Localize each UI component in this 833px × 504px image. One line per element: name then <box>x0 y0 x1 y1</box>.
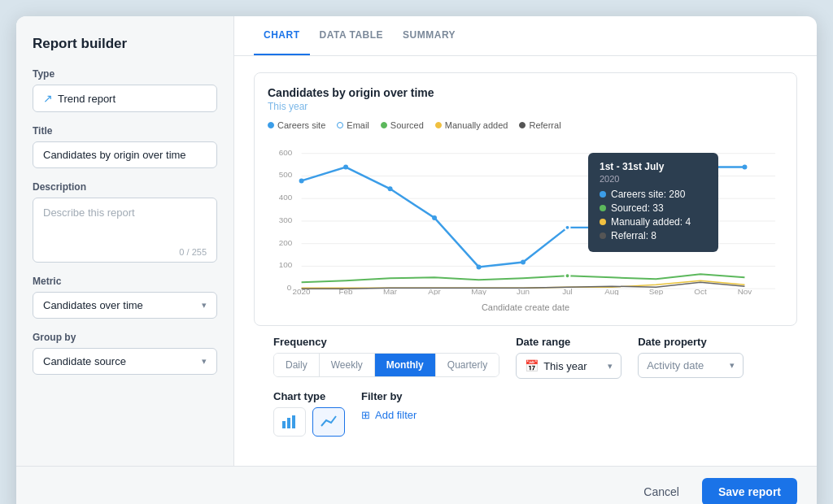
line-chart-button[interactable] <box>312 407 345 437</box>
svg-text:600: 600 <box>279 148 293 157</box>
controls-section: Frequency Daily Weekly Monthly Quarterly… <box>254 336 797 450</box>
legend-careers-label: Careers site <box>277 120 325 130</box>
metric-label: Metric <box>33 276 217 287</box>
tooltip-manually-dot <box>600 219 606 225</box>
legend-careers: Careers site <box>268 120 325 130</box>
date-property-value: Activity date <box>647 359 704 371</box>
chart-box: Candidates by origin over time This year… <box>254 72 797 326</box>
title-input[interactable]: Candidates by origin over time <box>33 141 217 168</box>
tab-summary[interactable]: SUMMARY <box>393 16 465 55</box>
save-report-button[interactable]: Save report <box>702 478 797 504</box>
description-placeholder: Describe this report <box>43 206 207 242</box>
x-axis-label: Candidate create date <box>268 302 783 312</box>
manually-dot <box>435 122 442 128</box>
add-filter-label: Add filter <box>375 409 416 421</box>
date-property-chevron: ▾ <box>730 360 735 371</box>
svg-text:Aug: Aug <box>604 287 619 295</box>
description-field-group: Description Describe this report 0 / 255 <box>33 181 217 263</box>
calendar-icon: 📅 <box>525 359 539 372</box>
svg-point-31 <box>565 225 570 230</box>
date-property-select[interactable]: Activity date ▾ <box>638 353 744 378</box>
tab-data-table[interactable]: DATA TABLE <box>310 16 394 55</box>
svg-point-29 <box>477 264 482 269</box>
metric-field-group: Metric Candidates over time ▾ <box>33 276 217 319</box>
tooltip-referral-dot <box>600 232 606 239</box>
tab-chart[interactable]: CHART <box>254 16 310 55</box>
type-input[interactable]: ↗ Trend report <box>33 85 217 112</box>
svg-text:400: 400 <box>279 193 293 202</box>
type-label: Type <box>33 68 217 80</box>
chevron-down-icon: ▾ <box>202 300 207 311</box>
main-content: CHART DATA TABLE SUMMARY Candidates by o… <box>234 16 817 466</box>
legend-email-label: Email <box>347 120 369 130</box>
legend-manually-label: Manually added <box>445 120 508 130</box>
controls-row-1: Frequency Daily Weekly Monthly Quarterly… <box>273 336 778 379</box>
trend-icon: ↗ <box>43 92 53 105</box>
tooltip-date: 1st - 31st July <box>600 161 707 172</box>
date-range-chevron: ▾ <box>608 361 613 371</box>
frequency-group: Frequency Daily Weekly Monthly Quarterly <box>273 336 499 377</box>
metric-select[interactable]: Candidates over time ▾ <box>33 292 217 319</box>
legend-sourced-label: Sourced <box>390 120 424 130</box>
tooltip-row-referral: Referral: 8 <box>600 230 707 241</box>
svg-rect-39 <box>292 415 295 428</box>
group-by-label: Group by <box>33 332 217 343</box>
svg-text:Oct: Oct <box>694 287 707 295</box>
svg-text:0: 0 <box>287 283 292 292</box>
title-field-group: Title Candidates by origin over time <box>33 125 217 168</box>
bar-chart-icon <box>281 415 298 429</box>
sourced-dot <box>381 122 387 128</box>
add-filter-button[interactable]: ⊞ Add filter <box>361 409 416 421</box>
chart-type-group: Chart type <box>273 390 345 437</box>
svg-point-25 <box>299 178 304 183</box>
svg-text:500: 500 <box>279 170 293 179</box>
metric-value: Candidates over time <box>43 299 143 311</box>
controls-row-2: Chart type <box>273 390 778 437</box>
bar-chart-button[interactable] <box>273 407 306 437</box>
svg-point-35 <box>742 165 747 170</box>
tooltip-row-manually: Manually added: 4 <box>600 216 707 228</box>
frequency-daily[interactable]: Daily <box>274 354 320 376</box>
svg-point-26 <box>343 165 348 170</box>
email-dot <box>337 122 343 128</box>
frequency-monthly[interactable]: Monthly <box>375 354 436 376</box>
sidebar-title: Report builder <box>33 36 217 52</box>
filter-by-group: Filter by ⊞ Add filter <box>361 390 416 421</box>
chart-subtitle: This year <box>268 101 783 112</box>
svg-point-30 <box>521 259 526 264</box>
legend-manually: Manually added <box>435 120 508 130</box>
tooltip-sourced-label: Sourced: 33 <box>611 202 664 214</box>
legend-email: Email <box>337 120 369 130</box>
filter-by-label: Filter by <box>361 390 416 402</box>
chart-tooltip: 1st - 31st July 2020 Careers site: 280 S… <box>588 153 718 252</box>
frequency-label: Frequency <box>273 336 499 348</box>
chevron-down-icon-2: ▾ <box>202 356 207 367</box>
tooltip-row-sourced: Sourced: 33 <box>600 202 707 214</box>
legend-referral: Referral <box>519 120 560 130</box>
svg-rect-37 <box>282 421 286 428</box>
svg-text:100: 100 <box>279 260 293 269</box>
sidebar: Report builder Type ↗ Trend report Title… <box>16 16 234 466</box>
modal-footer: Cancel Save report <box>16 466 817 504</box>
date-property-label: Date property <box>638 336 744 348</box>
svg-point-27 <box>388 186 393 191</box>
group-by-value: Candidate source <box>43 355 126 367</box>
frequency-weekly[interactable]: Weekly <box>320 354 375 376</box>
date-property-group: Date property Activity date ▾ <box>638 336 744 378</box>
description-label: Description <box>33 181 217 193</box>
cancel-button[interactable]: Cancel <box>630 479 692 504</box>
svg-text:Sep: Sep <box>649 287 664 295</box>
tooltip-referral-label: Referral: 8 <box>611 230 656 241</box>
type-field-group: Type ↗ Trend report <box>33 68 217 112</box>
description-textarea[interactable]: Describe this report 0 / 255 <box>33 198 217 263</box>
date-range-select[interactable]: 📅 This year ▾ <box>516 353 621 379</box>
frequency-quarterly[interactable]: Quarterly <box>436 354 499 376</box>
report-builder-modal: Report builder Type ↗ Trend report Title… <box>16 16 817 504</box>
group-by-select[interactable]: Candidate source ▾ <box>33 348 217 375</box>
line-chart-icon <box>321 415 337 429</box>
svg-text:Jul: Jul <box>562 287 573 295</box>
svg-text:300: 300 <box>279 215 293 224</box>
legend-referral-label: Referral <box>529 120 560 130</box>
chart-type-buttons <box>273 407 345 437</box>
tooltip-row-careers: Careers site: 280 <box>600 189 707 200</box>
